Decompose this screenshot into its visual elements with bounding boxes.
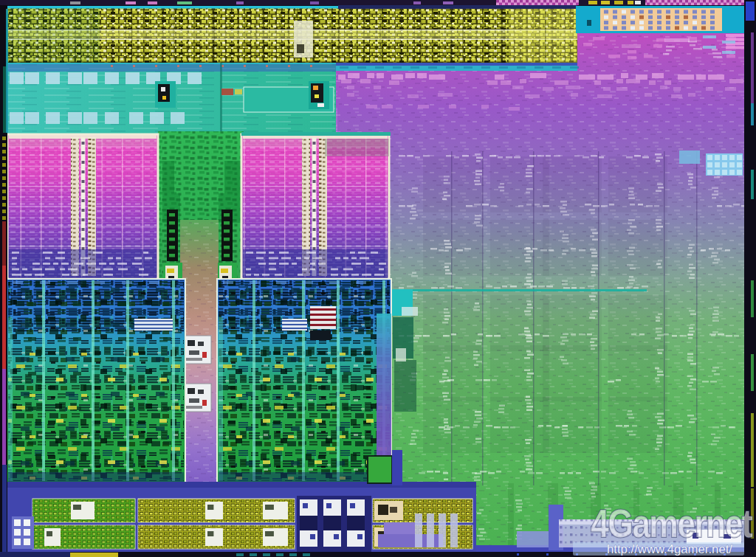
svg-text:4Gamernet: 4Gamernet <box>591 501 753 545</box>
svg-text:http://www.4gamer.net/: http://www.4gamer.net/ <box>607 542 732 556</box>
